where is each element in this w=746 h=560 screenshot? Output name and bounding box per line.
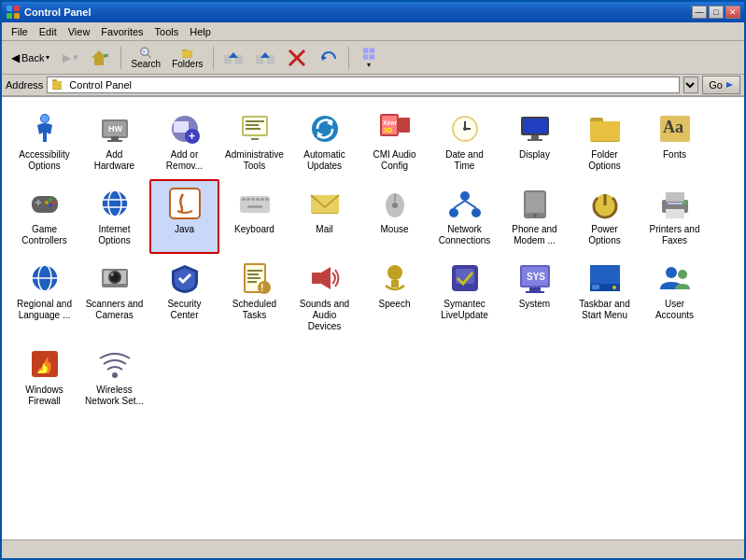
icon-item-keyboard[interactable]: Keyboard (219, 179, 289, 254)
menu-file[interactable]: File (6, 24, 34, 39)
icon-item-scanners[interactable]: Scanners and Cameras (79, 254, 149, 340)
users-icon (658, 261, 692, 295)
svg-text:HW: HW (108, 124, 122, 133)
add-remove-label: Add or Remov... (155, 149, 214, 172)
admin-tools-icon (238, 112, 272, 146)
icon-item-tasks[interactable]: !Scheduled Tasks (219, 254, 289, 340)
menu-favorites[interactable]: Favorites (95, 24, 148, 39)
svg-rect-4 (94, 58, 104, 65)
folders-button[interactable]: Folders (167, 44, 207, 72)
mouse-icon (378, 187, 412, 220)
icon-item-network[interactable]: Network Connections (429, 179, 500, 254)
regional-icon (28, 261, 62, 295)
svg-marker-129 (321, 267, 331, 289)
icon-item-admin-tools[interactable]: Administrative Tools (219, 105, 289, 179)
icon-item-users[interactable]: User Accounts (640, 254, 710, 340)
menu-help[interactable]: Help (184, 24, 217, 39)
back-button[interactable]: ◀ Back ▾ (6, 48, 55, 68)
title-bar-left: Control Panel (6, 5, 91, 20)
folder-options-icon (588, 112, 622, 146)
close-button[interactable]: ✕ (725, 6, 740, 19)
icon-item-auto-updates[interactable]: Automatic Updates (289, 105, 359, 179)
undo-button[interactable] (314, 44, 344, 72)
svg-rect-109 (668, 203, 683, 204)
icon-item-wireless[interactable]: Wireless Network Set... (79, 340, 149, 414)
icon-item-speech[interactable]: Speech (359, 254, 429, 340)
icon-item-phone[interactable]: Phone and Modem ... (500, 179, 570, 254)
icon-item-date-time[interactable]: Date and Time (429, 105, 500, 179)
address-input-wrap (47, 77, 680, 93)
views-button[interactable]: ▾ (354, 44, 384, 72)
menu-view[interactable]: View (63, 24, 96, 39)
internet-label: Internet Options (85, 224, 144, 246)
sounds-icon (308, 261, 342, 295)
copy-to-button[interactable] (250, 44, 280, 72)
icon-item-security[interactable]: Security Center (149, 254, 219, 340)
icon-item-power[interactable]: Power Options (570, 179, 640, 254)
sep3 (348, 47, 349, 69)
svg-rect-61 (523, 119, 547, 133)
icon-item-mail[interactable]: Mail (289, 179, 359, 254)
svg-point-119 (110, 273, 114, 276)
svg-rect-54 (399, 118, 410, 133)
fonts-label: Fonts (663, 149, 686, 161)
scanners-icon (98, 261, 132, 295)
icon-item-symantec[interactable]: Symantec LiveUpdate (429, 254, 500, 340)
icon-item-add-hardware[interactable]: HWAdd Hardware (79, 105, 149, 179)
forward-button[interactable]: ▶ ▾ (57, 48, 84, 68)
go-button[interactable]: Go (702, 76, 740, 94)
icon-item-java[interactable]: Java (149, 179, 219, 254)
maximize-button[interactable]: □ (709, 6, 724, 19)
up-button[interactable] (86, 45, 116, 71)
icon-item-add-remove[interactable]: +Add or Remov... (149, 105, 219, 179)
taskbar-icon (588, 261, 622, 295)
svg-rect-1 (14, 6, 20, 11)
power-icon (588, 187, 622, 220)
svg-rect-46 (246, 128, 260, 130)
icon-item-cmi-audio[interactable]: Xear3DCMI Audio Config (359, 105, 429, 179)
delete-button[interactable] (282, 44, 312, 72)
menu-edit[interactable]: Edit (34, 24, 63, 39)
icon-item-firewall[interactable]: Windows Firewall (9, 340, 79, 414)
search-button[interactable]: ? Search (126, 44, 165, 72)
icon-item-internet[interactable]: Internet Options (79, 179, 149, 254)
phone-label: Phone and Modem ... (505, 224, 564, 246)
taskbar-label: Taskbar and Start Menu (575, 299, 634, 321)
icon-item-printers[interactable]: Printers and Faxes (640, 179, 710, 254)
cmi-audio-label: CMI Audio Config (365, 149, 424, 172)
auto-updates-icon (308, 112, 342, 146)
keyboard-label: Keyboard (234, 224, 274, 235)
icon-item-fonts[interactable]: AaFonts (640, 105, 710, 179)
icon-item-accessibility[interactable]: Accessibility Options (9, 105, 79, 179)
game-ctrl-icon (28, 187, 62, 220)
svg-rect-64 (528, 139, 542, 141)
icon-item-folder-options[interactable]: Folder Options (570, 105, 640, 179)
security-label: Security Center (155, 299, 214, 321)
printers-icon (658, 187, 692, 220)
svg-line-8 (148, 54, 151, 58)
icon-item-system[interactable]: SYSSystem (500, 254, 570, 340)
move-to-button[interactable] (218, 44, 248, 72)
svg-rect-90 (247, 205, 262, 208)
date-time-icon (448, 112, 482, 146)
svg-rect-131 (391, 280, 399, 287)
icon-item-display[interactable]: Display (500, 105, 570, 179)
icon-item-regional[interactable]: Regional and Language ... (9, 254, 79, 340)
menu-tools[interactable]: Tools (149, 24, 185, 39)
svg-rect-29 (52, 81, 62, 89)
svg-rect-63 (531, 135, 539, 139)
svg-point-99 (472, 208, 481, 217)
svg-rect-103 (526, 192, 544, 213)
svg-rect-137 (526, 291, 544, 293)
icon-item-sounds[interactable]: Sounds and Audio Devices (289, 254, 359, 340)
minimize-button[interactable]: — (692, 6, 707, 19)
system-label: System (519, 299, 550, 310)
svg-point-97 (460, 191, 470, 201)
address-dropdown[interactable]: Control Panel (683, 77, 698, 93)
icon-item-game-ctrl[interactable]: Game Controllers (9, 179, 79, 254)
icon-item-mouse[interactable]: Mouse (359, 179, 429, 254)
address-input[interactable] (69, 79, 675, 91)
icon-item-taskbar[interactable]: Taskbar and Start Menu (570, 254, 640, 340)
users-label: User Accounts (645, 299, 704, 321)
printers-label: Printers and Faxes (645, 224, 704, 246)
